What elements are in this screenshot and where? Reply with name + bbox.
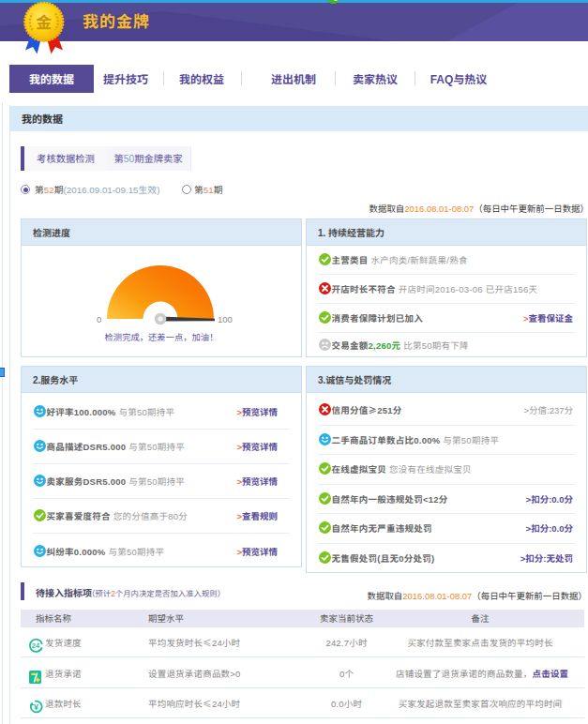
svg-text:金: 金 — [36, 9, 52, 33]
svg-text:¥: ¥ — [34, 702, 38, 712]
svg-text:24: 24 — [32, 641, 40, 650]
